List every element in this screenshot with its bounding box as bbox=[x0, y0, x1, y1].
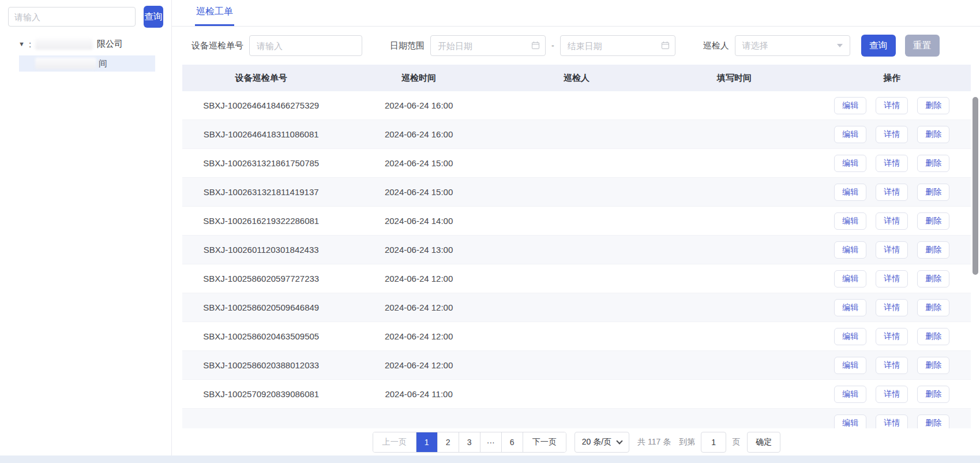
delete-button[interactable]: 删除 bbox=[917, 328, 949, 345]
edit-button[interactable]: 编辑 bbox=[834, 299, 866, 316]
edit-button[interactable]: 编辑 bbox=[834, 357, 866, 374]
delete-button[interactable]: 删除 bbox=[917, 270, 949, 287]
delete-button[interactable]: 删除 bbox=[917, 241, 949, 259]
inspector-select-placeholder: 请选择 bbox=[742, 40, 768, 51]
detail-button[interactable]: 详情 bbox=[876, 212, 908, 230]
tree-node-label: 间 bbox=[99, 58, 107, 69]
cell-order-no: SBXJ-1002570920839086081 bbox=[182, 389, 340, 399]
cell-inspect-time: 2024-06-24 12:00 bbox=[340, 331, 497, 341]
vertical-scrollbar[interactable] bbox=[973, 97, 978, 275]
cell-actions: 编辑详情删除 bbox=[813, 299, 971, 316]
app-window: 查询 ▼ : 限公司 间 巡检工单 设备巡检单号 日期范围 bbox=[0, 0, 980, 455]
table-row: SBXJ-10026011203018424332024-06-24 13:00… bbox=[182, 236, 971, 264]
detail-button[interactable]: 详情 bbox=[876, 270, 908, 287]
page-button-1[interactable]: 1 bbox=[416, 432, 438, 452]
inspector-label: 巡检人 bbox=[703, 40, 729, 51]
chevron-down-icon bbox=[616, 438, 622, 444]
detail-button[interactable]: 详情 bbox=[876, 357, 908, 374]
detail-button[interactable]: 详情 bbox=[876, 299, 908, 316]
cell-actions: 编辑详情删除 bbox=[813, 184, 971, 201]
tree-node-company[interactable]: ▼ : 限公司 bbox=[0, 36, 171, 52]
cell-actions: 编辑详情删除 bbox=[813, 357, 971, 374]
sidebar-search-input[interactable] bbox=[8, 7, 136, 27]
cell-inspect-time: 2024-06-24 15:00 bbox=[340, 158, 497, 168]
delete-button[interactable]: 删除 bbox=[917, 155, 949, 172]
page-button-6[interactable]: 6 bbox=[502, 432, 523, 452]
order-no-input[interactable] bbox=[249, 35, 362, 56]
next-page-button[interactable]: 下一页 bbox=[523, 432, 566, 452]
goto-confirm-button[interactable]: 确定 bbox=[747, 432, 780, 453]
cell-inspect-time: 2024-06-24 12:00 bbox=[340, 274, 497, 283]
tree-node-workshop-selected[interactable]: 间 bbox=[19, 55, 155, 72]
delete-button[interactable]: 删除 bbox=[917, 97, 949, 114]
table-row: SBXJ-10026464184662753292024-06-24 16:00… bbox=[182, 91, 971, 120]
detail-button[interactable]: 详情 bbox=[876, 184, 908, 201]
cell-inspect-time: 2024-06-24 11:00 bbox=[340, 389, 497, 399]
delete-button[interactable]: 删除 bbox=[917, 299, 949, 316]
order-no-label: 设备巡检单号 bbox=[192, 40, 243, 51]
table-row-partial: 编辑 详情 删除 bbox=[182, 409, 971, 428]
delete-button[interactable]: 删除 bbox=[917, 386, 949, 403]
sidebar-search-button[interactable]: 查询 bbox=[144, 6, 163, 28]
edit-button[interactable]: 编辑 bbox=[834, 328, 866, 345]
org-tree: ▼ : 限公司 间 bbox=[0, 36, 171, 72]
edit-button[interactable]: 编辑 bbox=[834, 155, 866, 172]
page-button-group: 上一页 1 2 3 ··· 6 下一页 bbox=[373, 432, 566, 453]
tab-inspection-orders[interactable]: 巡检工单 bbox=[195, 0, 234, 26]
start-date-input[interactable] bbox=[430, 35, 546, 56]
main-content: 巡检工单 设备巡检单号 日期范围 - bbox=[172, 0, 980, 455]
detail-button[interactable]: 详情 bbox=[876, 415, 908, 428]
prev-page-button[interactable]: 上一页 bbox=[373, 432, 416, 452]
edit-button[interactable]: 编辑 bbox=[834, 97, 866, 114]
table-row: SBXJ-10025860204635095052024-06-24 12:00… bbox=[182, 322, 971, 351]
delete-button[interactable]: 删除 bbox=[917, 184, 949, 201]
tree-node-prefix: : bbox=[29, 39, 31, 49]
delete-button[interactable]: 删除 bbox=[917, 415, 949, 428]
page-button-2[interactable]: 2 bbox=[438, 432, 459, 452]
detail-button[interactable]: 详情 bbox=[876, 241, 908, 259]
cell-actions: 编辑详情删除 bbox=[813, 212, 971, 230]
tree-expand-icon[interactable]: ▼ bbox=[18, 40, 25, 47]
detail-button[interactable]: 详情 bbox=[876, 97, 908, 114]
cell-order-no: SBXJ-1002646418466275329 bbox=[182, 100, 340, 110]
table-row: SBXJ-10025860205977272332024-06-24 12:00… bbox=[182, 264, 971, 293]
edit-button[interactable]: 编辑 bbox=[834, 184, 866, 201]
delete-button[interactable]: 删除 bbox=[917, 357, 949, 374]
detail-button[interactable]: 详情 bbox=[876, 155, 908, 172]
col-header-order-no: 设备巡检单号 bbox=[182, 73, 340, 84]
cell-actions: 编辑详情删除 bbox=[813, 328, 971, 345]
cell-order-no: SBXJ-1002616219322286081 bbox=[182, 216, 340, 226]
edit-button[interactable]: 编辑 bbox=[834, 126, 866, 143]
cell-inspect-time: 2024-06-24 16:00 bbox=[340, 129, 497, 139]
goto-page-input[interactable] bbox=[701, 432, 726, 453]
goto-page-suffix: 页 bbox=[732, 437, 740, 447]
edit-button[interactable]: 编辑 bbox=[834, 415, 866, 428]
edit-button[interactable]: 编辑 bbox=[834, 386, 866, 403]
filter-reset-button[interactable]: 重置 bbox=[905, 35, 940, 57]
inspection-table: 设备巡检单号 巡检时间 巡检人 填写时间 操作 SBXJ-10026464184… bbox=[182, 65, 971, 453]
page-button-3[interactable]: 3 bbox=[459, 432, 480, 452]
table-row: SBXJ-10026162193222860812024-06-24 14:00… bbox=[182, 207, 971, 236]
page-size-select[interactable]: 20 条/页 bbox=[575, 432, 629, 453]
end-date-input[interactable] bbox=[560, 35, 675, 56]
cell-actions: 编辑详情删除 bbox=[813, 97, 971, 114]
inspector-select[interactable]: 请选择 bbox=[735, 35, 850, 56]
sidebar: 查询 ▼ : 限公司 间 bbox=[0, 0, 172, 455]
detail-button[interactable]: 详情 bbox=[876, 386, 908, 403]
detail-button[interactable]: 详情 bbox=[876, 328, 908, 345]
col-header-actions: 操作 bbox=[813, 73, 971, 84]
edit-button[interactable]: 编辑 bbox=[834, 212, 866, 230]
table-row: SBXJ-10026313218114191372024-06-24 15:00… bbox=[182, 178, 971, 207]
edit-button[interactable]: 编辑 bbox=[834, 270, 866, 287]
edit-button[interactable]: 编辑 bbox=[834, 241, 866, 259]
cell-actions: 编辑 详情 删除 bbox=[813, 415, 971, 428]
filter-search-button[interactable]: 查询 bbox=[861, 35, 896, 57]
page-ellipsis[interactable]: ··· bbox=[480, 432, 502, 452]
delete-button[interactable]: 删除 bbox=[917, 126, 949, 143]
cell-order-no: SBXJ-1002631321861750785 bbox=[182, 158, 340, 168]
cell-inspect-time: 2024-06-24 14:00 bbox=[340, 216, 497, 226]
cell-order-no: SBXJ-1002586020388012033 bbox=[182, 360, 340, 370]
detail-button[interactable]: 详情 bbox=[876, 126, 908, 143]
delete-button[interactable]: 删除 bbox=[917, 212, 949, 230]
cell-order-no: SBXJ-1002646418311086081 bbox=[182, 129, 340, 139]
